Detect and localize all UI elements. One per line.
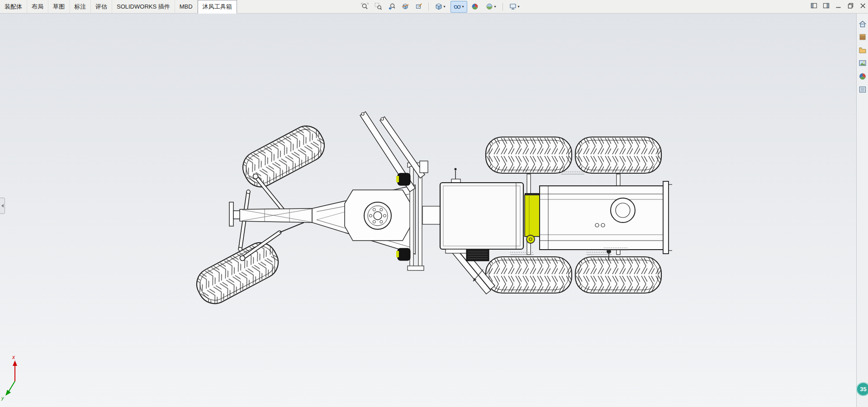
display-pane-icon (823, 2, 830, 9)
dynamic-annotation-icon (415, 3, 423, 10)
dropdown-arrow-icon: ▾ (494, 5, 496, 9)
dropdown-arrow-icon: ▾ (517, 5, 519, 9)
hydraulic-block-yellow[interactable] (525, 193, 540, 243)
chevron-left-icon (1, 204, 4, 208)
section-view-icon (402, 3, 409, 10)
view-settings-button[interactable]: ▾ (507, 1, 522, 12)
edit-appearance-button[interactable] (470, 1, 481, 12)
preview-pane-icon (811, 2, 817, 9)
file-explorer-button[interactable] (858, 46, 867, 55)
rear-wheel-front-top[interactable] (486, 137, 572, 173)
edit-appearance-icon (471, 3, 479, 10)
zoom-area-button[interactable] (373, 1, 384, 12)
zoom-fit-icon (361, 3, 369, 10)
custom-properties-button[interactable] (858, 85, 867, 94)
previous-view-icon (388, 3, 396, 10)
dropdown-arrow-icon: ▾ (443, 5, 445, 9)
view-palette-icon (859, 59, 867, 67)
view-orientation-icon (435, 3, 443, 10)
tab-layout[interactable]: 布局 (27, 0, 48, 13)
tab-sketch[interactable]: 草图 (48, 0, 70, 13)
view-orientation-button[interactable]: ▾ (432, 1, 448, 12)
badge-count: 35 (860, 386, 866, 393)
solidworks-resources-button[interactable] (858, 19, 867, 28)
commandmanager-tabs: 装配体 布局 草图 标注 评估 SOLIDWORKS 插件 MBD 沐风工具箱 (0, 0, 237, 13)
home-icon (859, 20, 867, 28)
tab-mbd[interactable]: MBD (175, 0, 198, 13)
appearances-button[interactable] (858, 72, 867, 81)
section-view-button[interactable] (400, 1, 411, 12)
cab[interactable] (440, 168, 523, 254)
front-hitch[interactable] (229, 202, 240, 226)
minimize-button[interactable] (835, 2, 842, 9)
zoom-fit-button[interactable] (359, 1, 370, 12)
frame-cab-connector[interactable] (422, 206, 440, 224)
rear-wheel-rear-bottom[interactable] (575, 257, 661, 293)
triad-y-label: y (1, 395, 5, 401)
toolbar-separator (428, 3, 429, 11)
headsup-view-toolbar: ▾ ▾ ▾ (359, 1, 522, 12)
appearances-icon (859, 72, 867, 80)
minimize-icon (835, 2, 842, 9)
restore-icon (847, 2, 854, 9)
hide-show-items-button[interactable]: ▾ (451, 1, 467, 13)
command-bar: 装配体 布局 草图 标注 评估 SOLIDWORKS 插件 MBD 沐风工具箱 (0, 0, 868, 14)
collapsed-panel-tab[interactable] (0, 198, 5, 214)
floating-count-badge[interactable]: 35 (856, 382, 868, 396)
rear-wheel-front-bottom[interactable] (486, 257, 572, 293)
task-pane-strip (856, 13, 868, 407)
orientation-triad: x y (1, 354, 17, 401)
toolbar-separator (503, 3, 503, 11)
dropdown-arrow-icon: ▾ (462, 5, 464, 9)
rear-chassis[interactable] (540, 181, 672, 260)
view-palette-button[interactable] (858, 59, 867, 68)
close-icon (859, 2, 866, 9)
close-button[interactable] (859, 2, 866, 9)
hide-show-items-icon (454, 3, 461, 10)
front-lower-wheel[interactable] (191, 237, 284, 309)
tab-assembly[interactable]: 装配体 (0, 0, 27, 13)
design-library-icon (859, 33, 867, 41)
tab-mufeng-toolbox[interactable]: 沐风工具箱 (198, 0, 237, 14)
design-library-button[interactable] (858, 33, 867, 42)
tab-evaluate[interactable]: 评估 (91, 0, 112, 13)
apply-scene-icon (486, 3, 493, 10)
blade-mast[interactable] (360, 112, 428, 192)
view-settings-icon (509, 3, 517, 10)
previous-view-button[interactable] (386, 1, 398, 12)
articulation-circle[interactable] (345, 190, 411, 241)
apply-scene-button[interactable]: ▾ (483, 1, 499, 12)
rear-wheel-rear-top[interactable] (575, 137, 661, 173)
tab-solidworks-addins[interactable]: SOLIDWORKS 插件 (112, 0, 175, 13)
folder-icon (859, 46, 867, 54)
tab-annotation[interactable]: 标注 (70, 0, 91, 13)
show-preview-pane-button[interactable] (810, 2, 817, 9)
show-display-pane-button[interactable] (822, 2, 830, 9)
triad-x-label: x (12, 354, 15, 360)
custom-properties-icon (859, 85, 867, 94)
window-controls (810, 2, 866, 9)
solidworks-window: { "tabs": [ {"label": "装配体", "active": f… (0, 0, 868, 407)
front-upper-wheel[interactable] (237, 120, 330, 193)
zoom-area-icon (375, 3, 382, 10)
model-graphics: x y (0, 0, 868, 407)
restore-button[interactable] (847, 2, 854, 9)
dynamic-annotation-button[interactable] (413, 1, 425, 12)
